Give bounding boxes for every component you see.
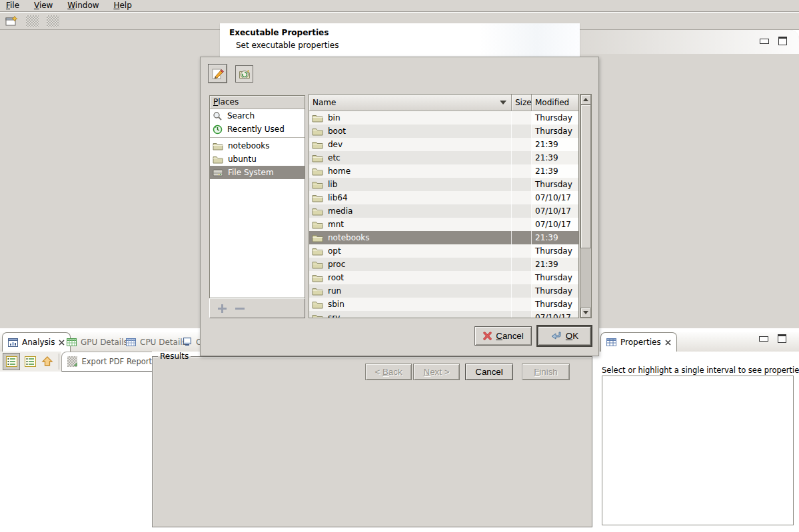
file-row[interactable]: runThursday — [309, 284, 578, 298]
dialog-ok-button[interactable]: OK — [538, 326, 591, 346]
browse-folders-button[interactable] — [235, 65, 253, 83]
file-modified-cell: 07/10/17 — [532, 311, 578, 318]
wizard-cancel-label: Cancel — [475, 367, 503, 377]
dialog-cancel-button[interactable]: Cancel — [474, 326, 532, 346]
properties-content-box — [602, 376, 794, 525]
wizard-subtitle: Set executable properties — [236, 41, 339, 50]
file-row[interactable]: binThursday — [309, 111, 578, 125]
file-name: srv — [328, 313, 340, 318]
new-session-icon[interactable] — [5, 15, 18, 27]
file-name-cell: bin — [309, 111, 512, 125]
file-row[interactable]: dev21:39 — [309, 138, 578, 151]
up-arrow-icon[interactable] — [39, 353, 56, 370]
file-row[interactable]: home21:39 — [309, 164, 578, 178]
place-item-notebooks[interactable]: notebooks — [210, 139, 305, 152]
unguided-analysis-button[interactable] — [21, 353, 39, 370]
folder-icon — [312, 180, 323, 189]
file-row[interactable]: bootThursday — [309, 125, 578, 138]
results-group-label: Results — [158, 352, 191, 361]
tab-analysis[interactable]: Analysis — [2, 332, 71, 352]
file-name: run — [328, 286, 341, 296]
maximize-icon[interactable] — [778, 334, 786, 343]
file-name-cell: proc — [309, 258, 512, 271]
minimize-icon[interactable] — [760, 39, 769, 44]
file-name: lib64 — [328, 193, 348, 202]
file-name-cell: boot — [309, 125, 512, 138]
scroll-up-icon[interactable] — [580, 95, 591, 105]
file-name: notebooks — [328, 233, 370, 242]
scroll-down-icon[interactable] — [580, 308, 591, 318]
file-row[interactable]: libThursday — [309, 178, 578, 191]
file-modified-cell: Thursday — [532, 244, 578, 258]
file-name-cell: etc — [309, 151, 512, 164]
menu-view[interactable]: View — [28, 0, 59, 11]
file-list: Name Size Modified binThursdaybootThursd… — [309, 94, 579, 318]
tab-properties[interactable]: Properties — [600, 332, 677, 352]
menu-file[interactable]: File — [0, 0, 25, 11]
minimize-icon[interactable] — [759, 336, 768, 342]
folder-icon — [312, 194, 323, 202]
file-name-cell: home — [309, 164, 512, 178]
finish-button-label: Finish — [534, 367, 558, 377]
folder-icon — [312, 207, 323, 216]
place-label: File System — [228, 168, 274, 177]
drive-icon — [213, 168, 223, 177]
properties-panel: Properties Select or highlight a single … — [598, 328, 799, 532]
file-size-cell — [512, 271, 532, 284]
search-icon — [213, 111, 223, 121]
guided-analysis-button[interactable] — [3, 353, 20, 370]
sort-icon — [500, 101, 506, 105]
file-name: bin — [328, 113, 341, 123]
file-row[interactable]: optThursday — [309, 244, 578, 258]
close-icon[interactable] — [665, 340, 671, 346]
export-pdf-label: Export PDF Report — [82, 357, 152, 366]
export-pdf-button[interactable]: Export PDF Report — [61, 352, 152, 372]
column-header-modified[interactable]: Modified — [532, 95, 578, 111]
file-row[interactable]: lib6407/10/17 — [309, 191, 578, 204]
menu-window[interactable]: Window — [61, 0, 105, 11]
folder-icon — [312, 234, 323, 242]
file-modified-cell: Thursday — [532, 284, 578, 298]
file-row[interactable]: media07/10/17 — [309, 204, 578, 218]
column-header-size[interactable]: Size — [512, 95, 532, 111]
disabled-toolbar-icon — [26, 15, 39, 27]
place-item-search[interactable]: Search — [210, 109, 305, 123]
edit-filename-icon — [211, 67, 225, 81]
file-name: root — [328, 273, 344, 282]
edit-filename-button[interactable] — [208, 64, 227, 83]
wizard-cancel-button[interactable]: Cancel — [465, 364, 513, 380]
place-item-file-system[interactable]: File System — [210, 166, 305, 179]
file-row[interactable]: notebooks21:39 — [309, 231, 578, 244]
file-list-scrollbar[interactable] — [580, 94, 592, 318]
column-label: Size — [515, 98, 532, 107]
file-row[interactable]: mnt07/10/17 — [309, 218, 578, 231]
cancel-icon — [482, 331, 492, 341]
menu-help[interactable]: Help — [107, 0, 137, 11]
file-modified-cell: 07/10/17 — [532, 204, 578, 218]
maximize-icon[interactable] — [778, 37, 787, 45]
place-item-recently-used[interactable]: Recently Used — [210, 123, 305, 136]
finish-button[interactable]: Finish — [522, 364, 570, 380]
file-row[interactable]: proc21:39 — [309, 258, 578, 271]
file-name-cell: dev — [309, 138, 512, 151]
file-row[interactable]: etc21:39 — [309, 151, 578, 164]
file-modified-cell: Thursday — [532, 125, 578, 138]
folder-icon — [312, 274, 323, 282]
back-button[interactable]: < Back — [365, 364, 412, 380]
properties-tab-icon — [606, 338, 616, 346]
folder-icon — [312, 140, 323, 149]
scrollbar-thumb[interactable] — [580, 105, 591, 248]
place-item-ubuntu[interactable]: ubuntu — [210, 152, 305, 166]
file-row[interactable]: srv07/10/17 — [309, 311, 578, 318]
file-row[interactable]: sbinThursday — [309, 298, 578, 311]
file-name-cell: notebooks — [309, 231, 512, 244]
file-modified-cell: Thursday — [532, 111, 578, 125]
file-modified-cell: Thursday — [532, 298, 578, 311]
file-row[interactable]: rootThursday — [309, 271, 578, 284]
file-size-cell — [512, 311, 532, 318]
column-header-name[interactable]: Name — [309, 95, 512, 111]
next-button[interactable]: Next > — [413, 364, 460, 380]
file-size-cell — [512, 125, 532, 138]
places-edit-bar — [209, 298, 305, 318]
wizard-header: Executable Properties Set executable pro… — [220, 23, 580, 57]
